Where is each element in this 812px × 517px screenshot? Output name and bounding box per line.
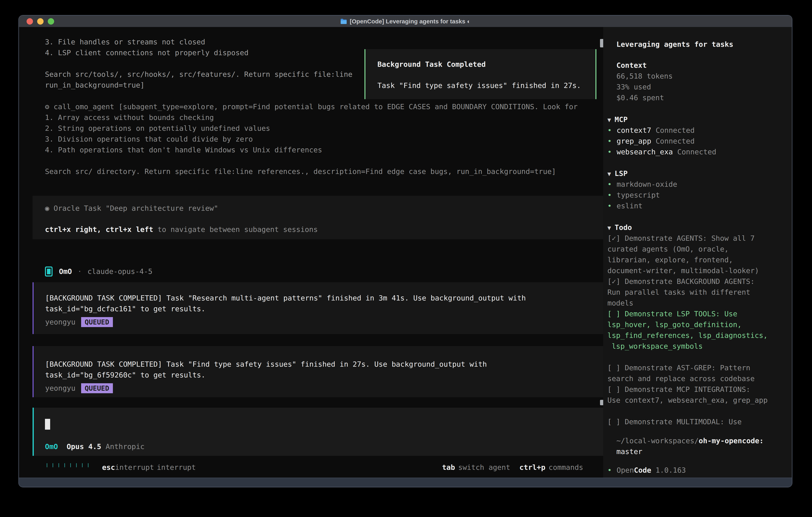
folder-icon xyxy=(340,19,347,24)
oracle-task-panel: ◉ Oracle Task "Deep architecture review"… xyxy=(33,196,617,239)
lsp-section: ▼LSP •markdown-oxide •typescript •eslint xyxy=(607,168,677,211)
bg-task-line2: task_id="bg_6f59260c" to get results. xyxy=(45,370,617,380)
agent-name: OmO xyxy=(59,266,72,277)
tab-key-hint: tab xyxy=(442,463,455,471)
agent-header: OmO · claude-opus-4-5 xyxy=(45,266,152,277)
bullet-icon: • xyxy=(607,179,617,190)
lsp-item: •eslint xyxy=(607,200,677,211)
agent-model: claude-opus-4-5 xyxy=(88,266,152,277)
bg-task-line2: task_id="bg_dcfac161" to get results. xyxy=(45,303,617,314)
workspace-repo: oh-my-opencode: xyxy=(699,437,764,445)
version-line: •OpenCode 1.0.163 xyxy=(607,465,686,475)
scrollback-line: 1. Array access without bounds checking xyxy=(45,112,578,123)
scrollback-line: 3. Division operations that could divide… xyxy=(45,134,578,144)
mcp-item: •grep_appConnected xyxy=(607,136,716,146)
todo-item-active: lsp_find_references, lsp_diagnostics, xyxy=(607,330,767,341)
hint-keys: ctrl+x right, ctrl+x left xyxy=(45,225,153,234)
scrollback-line: Search src/ directory. Return specific f… xyxy=(45,166,578,177)
todo-item-pending: [ ] Demonstrate MULTIMODAL: Use xyxy=(607,416,767,427)
esc-action: interrupt xyxy=(157,463,196,471)
todo-item-done: librarian, explore, frontend, xyxy=(607,254,767,265)
app-name-dim: Open xyxy=(617,465,634,475)
close-button[interactable] xyxy=(27,18,33,25)
bullet-icon: • xyxy=(607,125,617,136)
toast-body: Task "Find type safety issues" finished … xyxy=(377,80,596,91)
scrollback-line xyxy=(45,155,578,166)
traffic-lights xyxy=(27,16,54,27)
bullet-icon: • xyxy=(607,200,617,211)
lsp-item: •typescript xyxy=(607,190,677,200)
zoom-button[interactable] xyxy=(48,18,54,25)
todo-item-active: [ ] Demonstrate LSP TOOLS: Use xyxy=(607,308,767,319)
todo-item-pending: search and replace across codebase xyxy=(607,373,767,384)
tool-call-line: ⚙ call_omo_agent [subagent_type=explore,… xyxy=(45,101,578,112)
app-name-bold: Code xyxy=(634,465,651,475)
chevron-down-icon: ▼ xyxy=(607,224,611,231)
todo-item-done: [✓] Demonstrate AGENTS: Show all 7 xyxy=(607,233,767,244)
background-task-panel: [BACKGROUND TASK COMPLETED] Task "Find t… xyxy=(33,346,617,397)
bg-task-line1: [BACKGROUND TASK COMPLETED] Task "Resear… xyxy=(45,293,617,303)
input-provider-name: Anthropic xyxy=(106,441,144,452)
scrollback-line: 3. File handles or streams not closed xyxy=(45,36,578,47)
todo-item-pending: [ ] Demonstrate AST-GREP: Pattern xyxy=(607,362,767,373)
minimize-button[interactable] xyxy=(37,18,44,25)
workspace-path: ~/local-workspaces/oh-my-opencode: maste… xyxy=(616,435,764,457)
input-model-name: Opus 4.5 xyxy=(58,441,106,452)
todo-item-done: Run parallel tasks with different xyxy=(607,287,767,298)
session-title: Leveraging agents for tasks xyxy=(616,39,733,50)
esc-key-hint: esc xyxy=(102,463,115,471)
queued-badge: QUEUED xyxy=(81,317,113,327)
todo-item-done: curated agents (OmO, oracle, xyxy=(607,244,767,254)
context-spent: $0.46 spent xyxy=(616,92,673,103)
mcp-item: •context7Connected xyxy=(607,125,716,136)
context-used: 33% used xyxy=(616,82,673,92)
tab-action: switch agent xyxy=(458,463,510,471)
context-tokens: 66,518 tokens xyxy=(616,71,673,82)
bullet-icon: • xyxy=(607,146,617,157)
ctrlp-action: commands xyxy=(549,463,583,471)
todo-item-done: document-writer, multimodal-looker) xyxy=(607,265,767,276)
status-bar: ╵╵╵╵╵╵╵╵ esc interrupt interrupt tab swi… xyxy=(45,463,583,472)
workspace-dir: ~/local-workspaces/ xyxy=(616,437,699,445)
subagent-nav-hint: ctrl+x right, ctrl+x left to navigate be… xyxy=(45,224,617,235)
session-sidebar: Leveraging agents for tasks Context 66,5… xyxy=(603,27,792,478)
todo-item-active: lsp_workspace_symbols xyxy=(607,341,767,352)
todo-item-pending: Use context7, websearch_exa, grep_app xyxy=(607,395,767,406)
input-agent-name: OmO xyxy=(45,441,58,452)
omo-agent-icon xyxy=(45,267,53,276)
mcp-section: ▼MCP •context7Connected •grep_appConnect… xyxy=(607,114,716,157)
separator-dot: · xyxy=(72,266,88,277)
prompt-input[interactable]: OmO Opus 4.5 Anthropic xyxy=(33,408,617,456)
todo-item-done: models xyxy=(607,298,767,308)
spinner-dots: ╵╵╵╵╵╵╵╵ xyxy=(45,463,92,471)
titlebar: [OpenCode] Leveraging agents for tasks ◐ xyxy=(19,16,792,27)
git-branch: master xyxy=(616,446,764,457)
toast-title: Background Task Completed xyxy=(377,59,596,70)
chat-scrollback-area: 3. File handles or streams not closed 4.… xyxy=(19,27,603,478)
todo-heading[interactable]: ▼Todo xyxy=(607,222,767,233)
terminal-window: [OpenCode] Leveraging agents for tasks ◐… xyxy=(19,16,792,487)
bg-task-user: yeongyu xyxy=(45,317,76,327)
context-heading: Context xyxy=(616,60,673,71)
lsp-heading[interactable]: ▼LSP xyxy=(607,168,677,179)
app-version: 1.0.163 xyxy=(651,465,686,475)
text-cursor xyxy=(45,419,50,430)
queued-badge: QUEUED xyxy=(81,383,113,393)
todo-item-pending: [ ] Demonstrate MCP INTEGRATIONS: xyxy=(607,384,767,395)
scrollback-line: 4. Path operations that don't handle Win… xyxy=(45,144,578,155)
lsp-item: •markdown-oxide xyxy=(607,179,677,190)
background-task-toast: Background Task Completed Task "Find typ… xyxy=(365,49,597,99)
scrollback-line: 2. String operations on potentially unde… xyxy=(45,123,578,134)
chevron-down-icon: ▼ xyxy=(607,116,611,124)
bg-task-line1: [BACKGROUND TASK COMPLETED] Task "Find t… xyxy=(45,359,617,370)
chevron-down-icon: ▼ xyxy=(607,170,611,177)
todo-item-active: lsp_hover, lsp_goto_definition, xyxy=(607,319,767,330)
ctrlp-key-hint: ctrl+p xyxy=(520,463,546,471)
todo-item-done: [✓] Demonstrate BACKGROUND AGENTS: xyxy=(607,276,767,287)
mcp-heading[interactable]: ▼MCP xyxy=(607,114,716,125)
oracle-task-title: ◉ Oracle Task "Deep architecture review" xyxy=(45,203,617,214)
mcp-item: •websearch_exaConnected xyxy=(607,146,716,157)
context-section: Context 66,518 tokens 33% used $0.46 spe… xyxy=(616,60,673,103)
window-bottom-edge xyxy=(19,478,792,487)
esc-key-label: interrupt xyxy=(115,463,154,471)
